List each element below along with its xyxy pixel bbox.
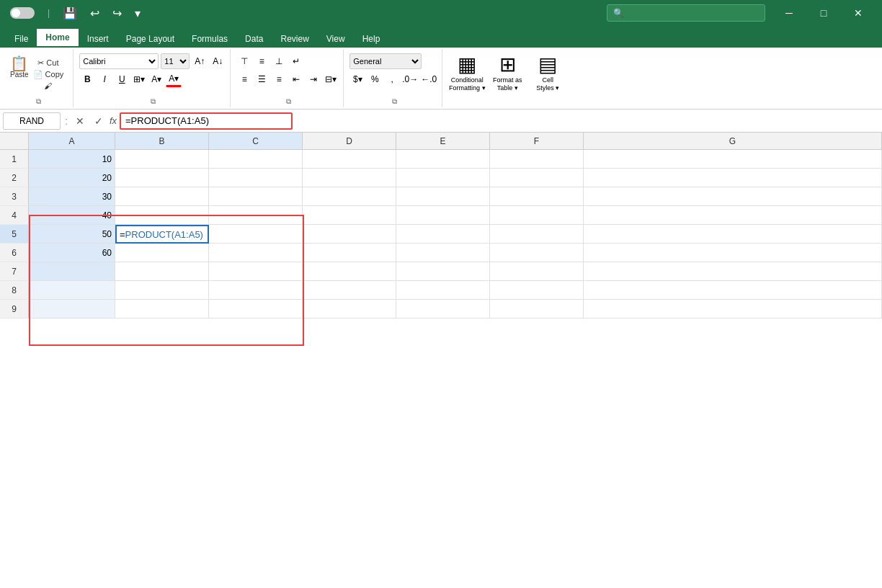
cell-g5[interactable] [584, 225, 882, 244]
fill-color-button[interactable]: A▾ [148, 71, 164, 87]
cell-b7[interactable] [115, 262, 209, 281]
format-painter-button[interactable]: 🖌 [31, 81, 66, 91]
increase-font-button[interactable]: A↑ [192, 53, 208, 69]
number-format-select[interactable]: General [349, 53, 422, 69]
col-header-b[interactable]: B [115, 133, 209, 149]
search-input[interactable] [628, 8, 759, 18]
cell-b4[interactable] [115, 206, 209, 225]
merge-button[interactable]: ⊟▾ [323, 71, 339, 87]
cell-c5[interactable] [209, 225, 303, 244]
cell-e8[interactable] [396, 281, 490, 300]
save-icon[interactable]: 💾 [60, 6, 80, 20]
format-table-button[interactable]: ⊞ Format asTable ▾ [489, 53, 526, 91]
redo-icon[interactable]: ↪ [110, 6, 125, 20]
cell-b5[interactable]: =PRODUCT(A1:A5) [115, 225, 209, 244]
cell-c2[interactable] [209, 169, 303, 187]
align-bottom-button[interactable]: ⊥ [271, 53, 287, 69]
clipboard-expand-icon[interactable]: ⧉ [36, 97, 41, 106]
undo-icon[interactable]: ↩ [87, 6, 102, 20]
align-right-button[interactable]: ≡ [271, 71, 287, 87]
tab-view[interactable]: View [318, 30, 354, 48]
cell-c1[interactable] [209, 150, 303, 169]
minimize-button[interactable]: ─ [772, 0, 806, 26]
align-center-button[interactable]: ☰ [254, 71, 270, 87]
cell-f8[interactable] [490, 281, 584, 300]
col-header-d[interactable]: D [303, 133, 396, 149]
cancel-formula-button[interactable]: ✕ [72, 113, 88, 129]
cell-a6[interactable]: 60 [29, 244, 115, 262]
border-button[interactable]: ⊞▾ [131, 71, 147, 87]
cell-f5[interactable] [490, 225, 584, 244]
bold-button[interactable]: B [79, 71, 95, 87]
cell-c9[interactable] [209, 300, 303, 318]
cell-d2[interactable] [303, 169, 396, 187]
cell-g1[interactable] [584, 150, 882, 169]
decrease-font-button[interactable]: A↓ [210, 53, 226, 69]
cell-d3[interactable] [303, 187, 396, 206]
align-left-button[interactable]: ≡ [236, 71, 252, 87]
cell-a3[interactable]: 30 [29, 187, 115, 206]
cell-f4[interactable] [490, 206, 584, 225]
cell-a8[interactable] [29, 281, 115, 300]
cell-f1[interactable] [490, 150, 584, 169]
cell-d6[interactable] [303, 244, 396, 262]
cell-c4[interactable] [209, 206, 303, 225]
cell-f3[interactable] [490, 187, 584, 206]
cell-d9[interactable] [303, 300, 396, 318]
conditional-formatting-button[interactable]: ▦ ConditionalFormatting ▾ [448, 53, 486, 91]
cell-c6[interactable] [209, 244, 303, 262]
alignment-expand-icon[interactable]: ⧉ [286, 97, 291, 106]
cell-e3[interactable] [396, 187, 490, 206]
col-header-a[interactable]: A [29, 133, 115, 149]
tab-formulas[interactable]: Formulas [183, 30, 236, 48]
cell-g8[interactable] [584, 281, 882, 300]
cell-g3[interactable] [584, 187, 882, 206]
font-expand-icon[interactable]: ⧉ [151, 97, 156, 106]
close-button[interactable]: ✕ [842, 0, 875, 26]
tab-file[interactable]: File [6, 30, 37, 48]
align-top-button[interactable]: ⊤ [236, 53, 252, 69]
cut-button[interactable]: ✂Cut [31, 58, 66, 68]
tab-insert[interactable]: Insert [79, 30, 117, 48]
font-color-button[interactable]: A▾ [166, 71, 182, 87]
cell-g9[interactable] [584, 300, 882, 318]
cell-f7[interactable] [490, 262, 584, 281]
col-header-c[interactable]: C [209, 133, 303, 149]
confirm-formula-button[interactable]: ✓ [91, 113, 107, 129]
dec-decrease-button[interactable]: ←.0 [420, 71, 437, 87]
tab-page-layout[interactable]: Page Layout [117, 30, 183, 48]
cell-f2[interactable] [490, 169, 584, 187]
tab-home[interactable]: Home [37, 27, 78, 48]
cell-b1[interactable] [115, 150, 209, 169]
dec-increase-button[interactable]: .0→ [401, 71, 419, 87]
cell-a4[interactable]: 40 [29, 206, 115, 225]
col-header-g[interactable]: G [584, 133, 882, 149]
currency-button[interactable]: $▾ [349, 71, 365, 87]
comma-button[interactable]: , [384, 71, 400, 87]
number-expand-icon[interactable]: ⧉ [392, 97, 397, 106]
cell-g7[interactable] [584, 262, 882, 281]
cell-c7[interactable] [209, 262, 303, 281]
tab-data[interactable]: Data [236, 30, 272, 48]
cell-b9[interactable] [115, 300, 209, 318]
cell-d1[interactable] [303, 150, 396, 169]
cell-e6[interactable] [396, 244, 490, 262]
indent-inc-button[interactable]: ⇥ [306, 71, 321, 87]
cell-e7[interactable] [396, 262, 490, 281]
restore-button[interactable]: □ [807, 0, 840, 26]
cell-d8[interactable] [303, 281, 396, 300]
search-bar[interactable]: 🔍 [607, 4, 765, 22]
percent-button[interactable]: % [367, 71, 383, 87]
cell-b6[interactable] [115, 244, 209, 262]
indent-dec-button[interactable]: ⇤ [288, 71, 304, 87]
cell-styles-button[interactable]: ▤ CellStyles ▾ [529, 53, 566, 91]
underline-button[interactable]: U [114, 71, 130, 87]
tab-review[interactable]: Review [272, 30, 317, 48]
cell-d4[interactable] [303, 206, 396, 225]
formula-input[interactable] [120, 112, 293, 130]
cell-a5[interactable]: 50 [29, 225, 115, 244]
cell-b8[interactable] [115, 281, 209, 300]
name-box[interactable] [3, 112, 61, 130]
cell-e1[interactable] [396, 150, 490, 169]
cell-d7[interactable] [303, 262, 396, 281]
